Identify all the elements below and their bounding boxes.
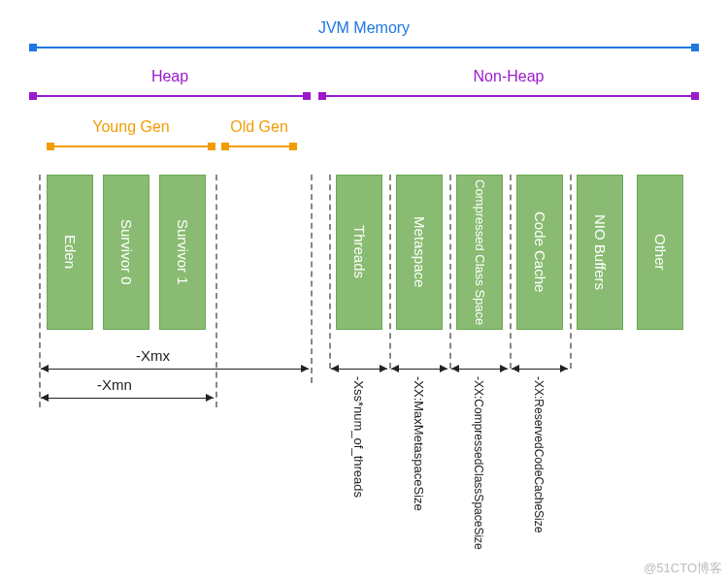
box-metaspace: Metaspace [396, 175, 443, 330]
watermark: @51CTO博客 [644, 560, 722, 577]
xmx-arrow [41, 369, 309, 370]
heap-bracket [29, 91, 311, 101]
box-threads: Threads [336, 175, 382, 330]
young-gen-label: Young Gen [47, 118, 215, 136]
ccs-arrow [451, 369, 508, 370]
xmx-label: -Xmx [136, 347, 170, 364]
xmn-label: -Xmn [97, 376, 132, 393]
old-gen-label: Old Gen [221, 118, 297, 136]
dash-threads-r [389, 175, 391, 369]
nonheap-bracket [318, 91, 699, 101]
box-code-cache: Code Cache [516, 175, 563, 330]
box-eden: Eden [47, 175, 93, 330]
dash-meta-r [449, 175, 451, 369]
threads-arrow [331, 369, 387, 370]
codecache-arrow [512, 369, 568, 370]
dash-ccs-r [510, 175, 512, 369]
jvm-memory-label: JVM Memory [29, 19, 699, 37]
jvm-memory-bracket [29, 43, 699, 52]
box-survivor-1: Survivor 1 [159, 175, 206, 330]
metaspace-arrow [391, 369, 447, 370]
flag-metaspace: -XX:MaxMetaspaceSize [412, 376, 426, 511]
young-gen-bracket [47, 142, 215, 151]
flag-ccs: -XX:CompressedClassSpaceSize [472, 376, 485, 550]
flag-codecache: -XX:ReservedCodeCacheSize [532, 376, 546, 533]
nonheap-label: Non-Heap [318, 68, 699, 85]
dash-young-end [215, 175, 217, 407]
dash-heap-start [39, 175, 41, 407]
flag-threads: -Xss*num_of_threads [351, 376, 366, 498]
box-nio-buffers: NIO Buffers [577, 175, 623, 330]
dash-codecache-r [570, 175, 572, 369]
dash-heap-end [311, 175, 313, 383]
dash-threads-l [329, 175, 331, 369]
box-other: Other [637, 175, 683, 330]
old-gen-bracket [221, 142, 297, 151]
heap-label: Heap [29, 68, 311, 85]
xmn-arrow [41, 398, 214, 399]
box-survivor-0: Survivor 0 [103, 175, 149, 330]
box-compressed-class-space: Compressed Class Space [456, 175, 503, 330]
